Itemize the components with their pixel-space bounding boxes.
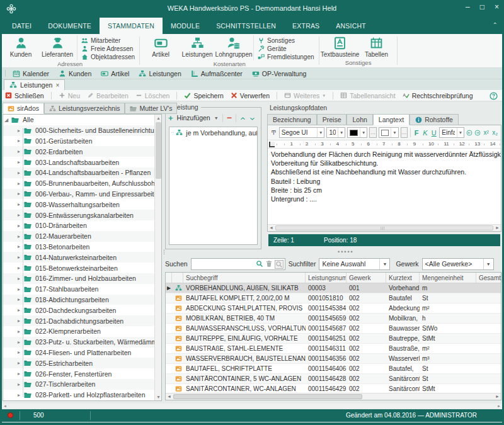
tree-item[interactable]: ▸020-Dachdeckungsarbeiten xyxy=(3,305,154,315)
table-row[interactable]: BAUSTRAßE, STAHL-ELEMENTE00011546311002B… xyxy=(166,344,501,354)
tab-leistungen[interactable]: Leistungen × xyxy=(4,79,65,90)
quicklink-aufma-center[interactable]: Aufmaßcenter xyxy=(191,70,243,77)
collapsed-icon[interactable]: ▸ xyxy=(16,339,22,345)
collapsed-icon[interactable]: ▸ xyxy=(16,329,22,334)
ribbon-item-fremdleistungen[interactable]: Fremdleistungen xyxy=(258,53,314,60)
tree-item[interactable]: ▸017-Stahlbauarbeiten xyxy=(3,284,154,295)
tree-item[interactable]: ▸021-Dachabdichtungsarbeiten xyxy=(3,315,154,326)
menu-tab-module[interactable]: MODULE xyxy=(163,18,208,34)
scroll-right-icon[interactable]: ► xyxy=(497,404,501,409)
suchfilter-select[interactable]: Keine Auswahl ▼ xyxy=(319,258,390,270)
collapsed-icon[interactable]: ▸ xyxy=(16,349,22,355)
tree-item[interactable]: ▸013-Betonarbeiten xyxy=(3,242,154,252)
collapsed-icon[interactable]: ▸ xyxy=(16,159,22,165)
kopfdaten-tab-lohn[interactable]: Lohn xyxy=(346,114,372,125)
ribbon-button-lieferanten[interactable]: Lieferanten xyxy=(39,35,76,58)
collapsed-icon[interactable]: ▸ xyxy=(16,234,22,239)
text-color-more-button[interactable]: … xyxy=(369,127,376,138)
table-row[interactable]: WASSERVERBRAUCH, BAUSTELLENANS0001154635… xyxy=(166,354,501,364)
column-header-leistungsnum-[interactable]: Leistungsnumı▲ xyxy=(306,273,346,283)
move-down-icon[interactable] xyxy=(249,115,255,121)
collapsed-icon[interactable]: ▸ xyxy=(16,201,22,207)
paragraph-style-select[interactable]: Einfa ▼ xyxy=(439,127,464,138)
ribbon-button-kunden[interactable]: Kunden xyxy=(3,35,39,58)
table-row[interactable]: ABDECKUNG STAHLPLATTEN, PROVIS0001154538… xyxy=(166,303,501,314)
tree-item[interactable]: ▸004-Landschaftsbauarbeiten - Pflanzen xyxy=(3,167,154,178)
chevron-down-icon[interactable]: ▼ xyxy=(214,116,219,120)
expanded-icon[interactable]: ◢ xyxy=(3,117,9,123)
table-row[interactable]: BAUTREPPE, EINLÄUFIG, VORHALTE0001154625… xyxy=(166,334,501,344)
collapsed-icon[interactable]: ▸ xyxy=(16,265,22,271)
tree-item[interactable]: ▸003-Landschaftsbauarbeiten xyxy=(3,157,154,167)
remove-button[interactable]: − xyxy=(227,113,232,123)
tree-item[interactable]: ▸015-Betonwerksteinarbeiten xyxy=(3,263,154,273)
quicklink-leistungen[interactable]: Leistungen xyxy=(139,70,181,77)
menu-tab-stammdaten[interactable]: STAMMDATEN xyxy=(100,18,163,34)
collapsed-icon[interactable]: ▸ xyxy=(16,276,22,281)
left-tab-sirados[interactable]: sirAdos xyxy=(3,103,44,114)
collapsed-icon[interactable]: ▸ xyxy=(16,254,22,260)
collapsed-icon[interactable]: ▸ xyxy=(16,149,22,154)
table-row[interactable]: SANITÄRCONTAINER, 5 WC-ANLAGEN0001154642… xyxy=(166,374,501,384)
collapsed-icon[interactable]: ▸ xyxy=(16,181,22,186)
tree-item[interactable]: ▸028-Parkett- und Holzpflasterarbeiten xyxy=(3,390,154,400)
quicklink-op-verwaltung[interactable]: OP-Verwaltung xyxy=(252,70,307,77)
text-color-select[interactable]: ▼ xyxy=(347,127,367,138)
collapsed-icon[interactable]: ▸ xyxy=(16,371,22,377)
editor-ruler[interactable]: 1234567891011121314 xyxy=(268,140,501,149)
tree-item[interactable]: ▸022-Klempnerarbeiten xyxy=(3,326,154,337)
tree-item[interactable]: ▸025-Estricharbeiten xyxy=(3,358,154,368)
indent-increase-icon[interactable] xyxy=(474,129,481,137)
quicklink-kalender[interactable]: Kalender xyxy=(13,70,49,77)
ribbon-button-tabellen[interactable]: Tabellen xyxy=(358,35,395,58)
tree-expander[interactable]: ·· xyxy=(171,130,174,135)
bold-button[interactable]: F xyxy=(413,129,420,137)
font-family-select[interactable]: Segoe UI ▼ xyxy=(279,127,325,138)
scroll-left-icon[interactable]: ◄ xyxy=(166,394,173,400)
tree-scrollbar[interactable]: ▲ ▼ xyxy=(154,115,161,400)
tree-item[interactable]: ▸016-Zimmer- und Holzbauarbeiten xyxy=(3,273,154,284)
collapsed-icon[interactable]: ▸ xyxy=(16,128,22,133)
menu-tab-ansicht[interactable]: ANSICHT xyxy=(328,18,374,34)
collapsed-icon[interactable]: ▸ xyxy=(16,138,22,144)
collapsed-icon[interactable]: ▸ xyxy=(16,360,22,366)
ribbon-item-freie-adressen[interactable]: Freie Adressen xyxy=(81,45,135,52)
close-button[interactable]: × xyxy=(495,3,499,11)
scroll-left-icon[interactable]: ◄ xyxy=(268,225,275,231)
collapsed-icon[interactable]: ▸ xyxy=(16,382,22,387)
menu-tab-datei[interactable]: DATEI xyxy=(4,18,40,34)
gewerk-select[interactable]: <Alle Gewerke> ▼ xyxy=(422,258,494,270)
left-tab-leistungsverzeichnis[interactable]: Leistungsverzeichnis xyxy=(44,103,125,114)
tree-item[interactable]: ▸012-Mauerarbeiten xyxy=(3,231,154,242)
tree-item[interactable]: ▸018-Abdichtungsarbeiten xyxy=(3,295,154,305)
scrollbar-thumb[interactable] xyxy=(173,394,362,399)
ribbon-button-leistungen[interactable]: Leistungen xyxy=(179,35,215,58)
kopfdaten-tab-bezeichnung[interactable]: Bezeichnung xyxy=(267,114,317,125)
tree-item[interactable]: ▸014-Naturwerksteinarbeiten xyxy=(3,252,154,263)
tree-item[interactable]: ▸001-Gerüstarbeiten xyxy=(3,136,154,147)
window-hscrollbar[interactable]: ◄ ► xyxy=(2,404,502,409)
collapsed-icon[interactable]: ▸ xyxy=(16,297,22,302)
help-icon[interactable] xyxy=(490,91,498,99)
collapsed-icon[interactable]: ▸ xyxy=(16,392,22,398)
italic-button[interactable]: K xyxy=(422,129,429,137)
add-button[interactable]: Hinzufügen xyxy=(177,114,210,122)
clear-search-icon[interactable] xyxy=(265,260,273,268)
editor-hscrollbar[interactable]: ◄ ► ||| xyxy=(268,224,501,231)
underline-button[interactable]: U xyxy=(430,129,437,137)
collapsed-icon[interactable]: ▸ xyxy=(16,244,22,249)
table-row[interactable]: BAUWASSERANSCHLUSS, VORHALTUNG0001154568… xyxy=(166,324,501,334)
ribbon-item-objektadressen[interactable]: Objektadressen xyxy=(81,53,135,60)
tab-close-icon[interactable]: × xyxy=(55,82,59,89)
ribbon-button-artikel[interactable]: Artikel xyxy=(142,35,179,58)
font-size-select[interactable]: 10 ▼ xyxy=(326,127,345,138)
quicklink-artikel[interactable]: Artikel xyxy=(101,70,129,77)
maximize-button[interactable]: □ xyxy=(480,3,484,11)
tree-item[interactable]: ▸008-Wasserhaltungsarbeiten xyxy=(3,199,154,210)
minimize-button[interactable]: – xyxy=(466,3,470,11)
column-header-gewerk[interactable]: Gewerk xyxy=(346,273,386,283)
menu-tab-schnittstellen[interactable]: SCHNITTSTELLEN xyxy=(208,18,284,34)
table-row[interactable]: MOBILKRAN, BETRIEB, 40 TM00011545659002M… xyxy=(166,314,501,324)
vertical-splitter-grip[interactable]: ⋮ xyxy=(161,251,167,253)
tree-item[interactable]: ▸026-Fenster, Fenstertüren xyxy=(3,368,154,379)
